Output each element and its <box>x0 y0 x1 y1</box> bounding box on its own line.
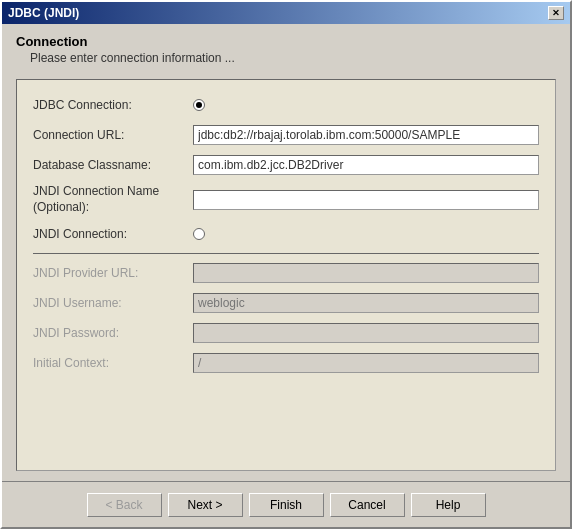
connection-url-input[interactable] <box>193 125 539 145</box>
jndi-connection-radio[interactable] <box>193 228 205 240</box>
main-window: JDBC (JNDI) ✕ Connection Please enter co… <box>0 0 572 529</box>
connection-url-label: Connection URL: <box>33 128 193 142</box>
cancel-button[interactable]: Cancel <box>330 493 405 517</box>
jndi-username-input <box>193 293 539 313</box>
help-button[interactable]: Help <box>411 493 486 517</box>
jndi-connection-row: JNDI Connection: <box>33 223 539 245</box>
jdbc-connection-label: JDBC Connection: <box>33 98 193 112</box>
jdbc-connection-row: JDBC Connection: <box>33 94 539 116</box>
next-button[interactable]: Next > <box>168 493 243 517</box>
title-bar-buttons: ✕ <box>548 6 564 20</box>
jndi-connection-name-label: JNDI Connection Name (Optional): <box>33 184 193 215</box>
title-bar: JDBC (JNDI) ✕ <box>2 2 570 24</box>
database-classname-label: Database Classname: <box>33 158 193 172</box>
jndi-username-row: JNDI Username: <box>33 292 539 314</box>
initial-context-label: Initial Context: <box>33 356 193 370</box>
initial-context-input <box>193 353 539 373</box>
jndi-username-label: JNDI Username: <box>33 296 193 310</box>
section-title: Connection <box>16 34 556 49</box>
jndi-provider-url-row: JNDI Provider URL: <box>33 262 539 284</box>
finish-button[interactable]: Finish <box>249 493 324 517</box>
divider <box>33 253 539 254</box>
form-area: JDBC Connection: Connection URL: Databas… <box>16 79 556 471</box>
jndi-password-label: JNDI Password: <box>33 326 193 340</box>
jndi-connection-name-input[interactable] <box>193 190 539 210</box>
close-button[interactable]: ✕ <box>548 6 564 20</box>
footer: < Back Next > Finish Cancel Help <box>2 481 570 527</box>
jndi-connection-name-row: JNDI Connection Name (Optional): <box>33 184 539 215</box>
jndi-connection-label: JNDI Connection: <box>33 227 193 241</box>
jndi-provider-url-input <box>193 263 539 283</box>
section-subtitle: Please enter connection information ... <box>16 51 556 65</box>
jndi-password-input <box>193 323 539 343</box>
jdbc-connection-radio[interactable] <box>193 99 205 111</box>
database-classname-input[interactable] <box>193 155 539 175</box>
content-area: Connection Please enter connection infor… <box>2 24 570 481</box>
jndi-provider-url-label: JNDI Provider URL: <box>33 266 193 280</box>
window-title: JDBC (JNDI) <box>8 6 79 20</box>
radio-selected-indicator <box>196 102 202 108</box>
database-classname-row: Database Classname: <box>33 154 539 176</box>
back-button[interactable]: < Back <box>87 493 162 517</box>
initial-context-row: Initial Context: <box>33 352 539 374</box>
connection-url-row: Connection URL: <box>33 124 539 146</box>
jndi-password-row: JNDI Password: <box>33 322 539 344</box>
